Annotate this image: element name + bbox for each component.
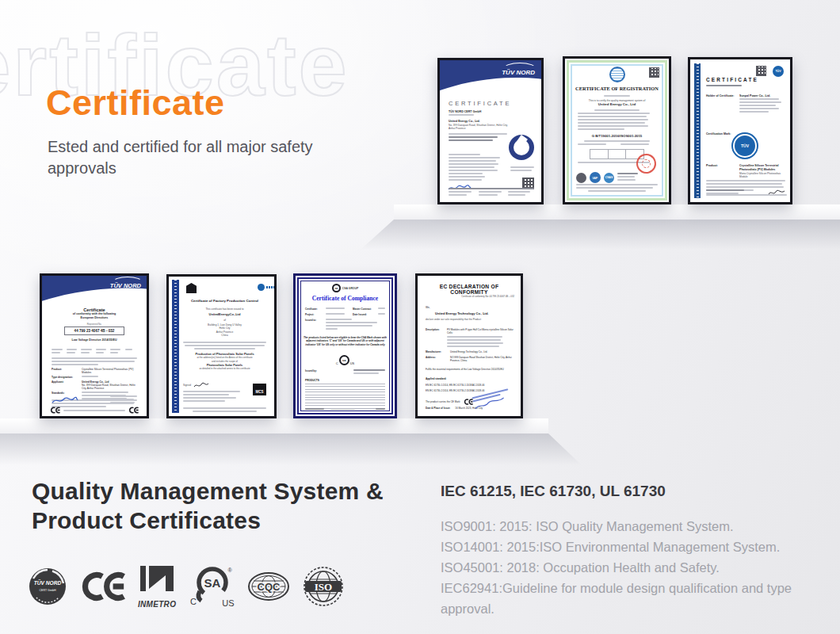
tuv-nord-logo: TÜV NORD (110, 282, 141, 289)
holder-label: Holder of Certificate: (706, 94, 736, 114)
iso-standard-item: ISO14001: 2015:ISO Environmental Managem… (441, 537, 840, 557)
zqhx-emblem-icon (609, 67, 625, 82)
title-line3: European Directives (42, 316, 147, 320)
holder-name: UnitedEnergyCo.,Ltd (181, 312, 268, 316)
csa-mark-icon: sa (339, 355, 349, 365)
address-label: Address: (426, 356, 448, 362)
svg-text:SA: SA (204, 576, 221, 590)
iec-standards-heading: IEC 61215, IEC 61730, UL 61730 (441, 483, 666, 500)
manufacturer-label: Manufacturer: (426, 350, 448, 353)
certificate-factory-production-control[interactable]: Certificate of Factory Production Contro… (166, 274, 277, 418)
annex-line: at the address(es) listed on the Annex o… (181, 357, 268, 360)
signature-icon (193, 382, 209, 389)
cqc-logo: CQC (247, 571, 290, 602)
registered-no-label: Registered No. (42, 323, 147, 326)
address-value: NO.999 Danquan Road Shushan District, He… (450, 356, 514, 362)
certificate-tuv-rheinland[interactable]: TÜV CERTIFICATE Holder of Certificate: S… (688, 57, 792, 204)
shelf-top-shadow (361, 220, 840, 250)
we-line: We, (426, 306, 430, 309)
applicant-label: Applicant: (52, 380, 78, 390)
section-heading: Quality Management System & Product Cert… (32, 476, 384, 535)
tuv-nord-logo: TÜV NORD (502, 69, 535, 76)
product-label: Product: (52, 368, 78, 374)
standard-line-2: EN IEC 61730-2:2014, EN IEC 61730-2:2018… (426, 389, 484, 392)
round-blue-logo (258, 284, 265, 291)
applicant-address: No. 399 Danquan Road, Shushan District, … (82, 384, 137, 390)
inmetro-logo: INMETRO (138, 564, 176, 609)
certificate-ec-declaration[interactable]: EC DECLARATION OF CONFORMITY Certificate… (415, 273, 523, 418)
standard-line-1: EN IEC 61730-1:2014, EN IEC 61730-1:2018… (426, 384, 484, 387)
issued-line: This certificate has been issued to (181, 307, 268, 311)
description-label: Description: (426, 328, 445, 334)
ce-mark-icon (79, 571, 125, 602)
signed-label: Signed (183, 384, 191, 387)
inmetro-icon (139, 564, 175, 599)
master-contract-label: Master Contract: (353, 307, 378, 311)
certification-logos-row: TÜV NORD CERT GmbH INMETRO SA ® C US (29, 555, 344, 618)
signature-icon (52, 396, 78, 405)
accreditation-badge-icon (576, 173, 586, 183)
iaf-badge-icon: IAF (590, 172, 601, 183)
csa-logo-icon: sa (332, 284, 341, 292)
ec-doc-title: EC DECLARATION OF CONFORMITY (422, 284, 516, 295)
detail-line: as detailed in the attached annex to thi… (181, 368, 268, 371)
csa-statement: The products listed below are eligible t… (304, 336, 387, 346)
cqc-icon: CQC (247, 571, 290, 602)
iso-standard-item: IEC62941:Guideline for module design qua… (441, 578, 840, 619)
registration-title: CERTIFICATE OF REGISTRATION (565, 86, 669, 91)
type-label: Type designation: (52, 376, 78, 379)
compliance-title: Certificate of Compliance (296, 295, 395, 302)
issue-date-label: Date & Place of Issue: (426, 407, 450, 410)
mark-label: Certification Mark: (706, 132, 731, 136)
certificate-tuv-nord-product[interactable]: TÜV NORD CERTIFICATE TÜV NORD CERT GmbH … (437, 58, 544, 204)
page-title: Certificate (46, 82, 225, 124)
csa-group-label: CSA GROUP (342, 287, 358, 290)
product-value: Crystalline Silicon Terrestrial Photovol… (82, 368, 137, 374)
iso-standard-item: ISO45001: 2018: Occupation Health and Sa… (441, 557, 840, 578)
tuv-nord-seal-icon: TÜV NORD CERT GmbH (29, 567, 67, 605)
iso-logo: ISO (303, 566, 344, 607)
qr-code-icon (649, 67, 659, 78)
heading-line-2: Product Certificates (32, 506, 384, 535)
shelf-middle (0, 418, 548, 433)
of-word: of (181, 319, 268, 322)
svg-text:C: C (190, 597, 197, 606)
tuv-round-logo: TÜV (773, 66, 784, 77)
applied-standard-label: Applied standard: (426, 377, 446, 380)
products-list-lines (305, 384, 385, 411)
csa-mark-us: US (350, 361, 355, 365)
ce-mark-icon (50, 407, 60, 414)
svg-text:US: US (223, 598, 235, 608)
cnas-badge-icon: CNAS (604, 173, 614, 183)
certificate-tuv-nord-lvd[interactable]: TÜV NORD Certificate of conformity with … (40, 273, 149, 418)
tuv-seal-icon (509, 135, 534, 160)
inmetro-label: INMETRO (138, 600, 176, 609)
products-heading: PRODUCTS (305, 379, 319, 382)
product-name: Crystalline Silicon Terrestrial Photovol… (739, 164, 788, 172)
declare-line: declare under our sole responsibility th… (426, 318, 481, 321)
svg-text:ISO: ISO (315, 581, 332, 593)
issuer-name: TÜV NORD CERT GmbH (449, 110, 512, 114)
svg-text:®: ® (228, 567, 233, 573)
standard-number: G B/T19001-2016/ISO9001:2015 (578, 134, 656, 139)
issued-to-label: Issued to: (305, 319, 326, 331)
iso-globe-icon: ISO (303, 566, 344, 607)
product-name-2: Mono-Crystalline Silicon Photovoltaic Mo… (739, 172, 788, 179)
iso-standard-item: ISO9001: 2015: ISO Quality Management Sy… (441, 516, 840, 537)
registered-no-value: 44 799 23 4067 4B - 032 (64, 327, 124, 335)
ce-mark-logo (79, 571, 125, 602)
product-label: Product: (706, 164, 736, 178)
csa-mark-logo: SA ® C US (189, 564, 235, 609)
svg-text:CERT GmbH: CERT GmbH (39, 589, 55, 592)
ce-mark-icon (128, 407, 139, 414)
holder-name: Sunpal Power Co., Ltd. (739, 94, 788, 98)
certificate-title: CERTIFICATE (706, 77, 758, 82)
holder-address: No. 399 Danquan Road, Shushan District, … (449, 124, 512, 131)
declaring-company: United Energy Technology Co., Ltd. (435, 311, 488, 315)
vertical-title-stripe (694, 63, 701, 198)
certificate-title: CERTIFICATE (449, 100, 511, 107)
shelf-middle-shadow (0, 433, 582, 465)
iso-standards-list: ISO9001: 2015: ISO Quality Management Sy… (441, 516, 840, 619)
certificate-of-registration[interactable]: CERTIFICATE OF REGISTRATION This is to c… (563, 56, 671, 204)
certificate-csa-compliance[interactable]: sa CSA GROUP Certificate of Compliance C… (293, 273, 397, 418)
